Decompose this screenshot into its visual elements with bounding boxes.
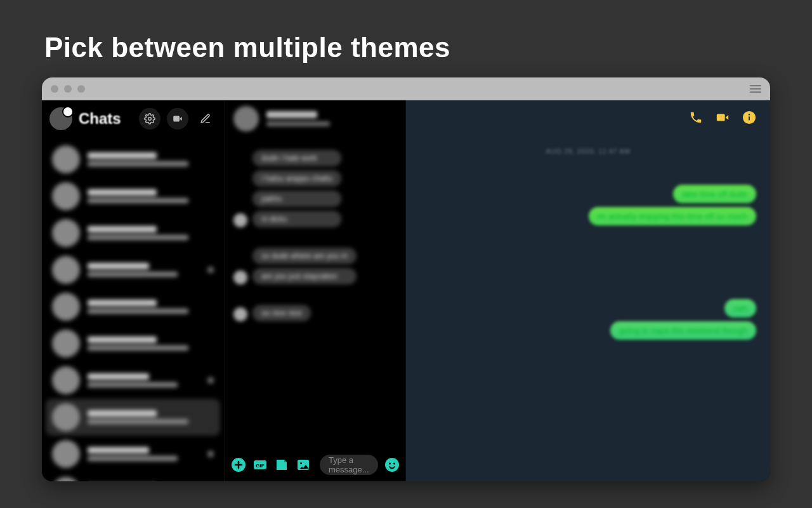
timestamp: AUG 29, 2020, 11:47 AM (420, 147, 756, 155)
chat-item[interactable] (46, 288, 220, 325)
compose-button[interactable] (195, 108, 216, 130)
phone-icon (689, 110, 703, 124)
outgoing-row: going to napa this weekend though (420, 321, 756, 340)
chat-item[interactable] (46, 215, 220, 251)
user-avatar[interactable] (49, 107, 72, 130)
svg-point-0 (148, 117, 152, 121)
chat-item[interactable] (46, 362, 220, 399)
sender-avatar (233, 271, 247, 284)
video-call-button[interactable] (716, 110, 730, 127)
chat-item[interactable] (46, 472, 220, 481)
image-icon (296, 457, 311, 472)
main-column: AUG 29, 2020, 11:47 AM take time off dud… (406, 100, 770, 481)
sidebar-header: Chats (42, 100, 224, 137)
message-input[interactable]: Type a message... (320, 455, 378, 475)
svg-point-13 (749, 114, 750, 115)
svg-point-9 (393, 463, 395, 465)
mid-column: dude i hate work i hatsu arappu chattu p… (225, 100, 406, 481)
incoming-group: oo nice nice (233, 305, 396, 321)
add-attachment-button[interactable] (231, 456, 246, 474)
gear-icon (144, 113, 155, 124)
outgoing-bubble: take time off dude (673, 185, 756, 203)
new-video-room-button[interactable] (167, 108, 188, 130)
sender-avatar (233, 213, 247, 227)
svg-rect-12 (749, 116, 750, 120)
incoming-bubble: are you just staycation (252, 268, 357, 284)
incoming-bubble: so dude where are you rn (252, 248, 357, 264)
composer: GIF Type a message... 😩 (225, 448, 405, 481)
chat-item[interactable] (46, 251, 220, 288)
incoming-group: so dude where are you rn are you just st… (233, 248, 396, 284)
chat-item[interactable] (46, 141, 220, 178)
chats-title: Chats (79, 110, 133, 128)
info-icon (742, 110, 756, 124)
compose-icon (200, 113, 211, 124)
svg-point-7 (385, 458, 399, 472)
gif-button[interactable]: GIF (252, 456, 268, 474)
chat-item-selected[interactable] (46, 399, 220, 436)
image-button[interactable] (296, 456, 311, 474)
close-dot[interactable] (51, 85, 58, 93)
chat-item[interactable] (46, 436, 220, 472)
app-body: Chats (42, 100, 770, 481)
sticker-button[interactable] (274, 456, 289, 474)
incoming-group: dude i hate work i hatsu arappu chattu p… (233, 150, 396, 227)
svg-point-8 (389, 463, 391, 465)
outgoing-bubble: nah (724, 299, 756, 318)
incoming-bubble: ni dicku (252, 211, 341, 227)
sender-avatar (233, 307, 247, 321)
incoming-bubble: pakhu (252, 190, 341, 207)
message-placeholder: Type a message... (329, 455, 369, 474)
emoji-button[interactable] (384, 457, 400, 473)
outgoing-bubble: im actually enjoying this time off so mu… (589, 207, 756, 225)
mid-messages[interactable]: dude i hate work i hatsu arappu chattu p… (225, 137, 405, 448)
outgoing-row: nah (420, 299, 756, 318)
contact-avatar (233, 106, 259, 131)
chat-list[interactable] (42, 137, 224, 481)
svg-rect-1 (173, 116, 180, 122)
incoming-bubble: oo nice nice (252, 305, 311, 321)
settings-button[interactable] (139, 108, 160, 130)
smile-icon (384, 457, 400, 472)
traffic-lights[interactable] (51, 85, 85, 93)
chat-sidebar: Chats (42, 100, 225, 481)
video-plus-icon (172, 113, 183, 124)
voice-call-button[interactable] (689, 110, 703, 127)
app-window: Chats (42, 77, 770, 481)
outgoing-bubble: going to napa this weekend though (610, 321, 756, 340)
video-icon (716, 110, 730, 124)
main-body[interactable]: AUG 29, 2020, 11:47 AM take time off dud… (406, 137, 770, 481)
chat-item[interactable] (46, 325, 220, 362)
main-header (406, 100, 770, 137)
chat-item[interactable] (46, 178, 220, 215)
window-titlebar (42, 77, 770, 100)
minimize-dot[interactable] (64, 85, 72, 93)
svg-point-6 (300, 462, 302, 464)
outgoing-row: take time off dude (420, 185, 756, 203)
hamburger-menu[interactable] (750, 85, 761, 93)
svg-rect-10 (717, 114, 725, 121)
mid-header[interactable] (225, 100, 405, 137)
incoming-bubble: dude i hate work (252, 150, 341, 166)
outgoing-row: im actually enjoying this time off so mu… (420, 207, 756, 225)
gif-icon: GIF (252, 457, 268, 472)
page-title: Pick between multiple themes (44, 32, 450, 64)
sticker-icon (274, 457, 289, 472)
info-button[interactable] (742, 110, 756, 127)
svg-text:GIF: GIF (256, 463, 264, 469)
plus-circle-icon (231, 457, 246, 472)
maximize-dot[interactable] (77, 85, 85, 93)
incoming-bubble: i hatsu arappu chattu (252, 170, 341, 187)
